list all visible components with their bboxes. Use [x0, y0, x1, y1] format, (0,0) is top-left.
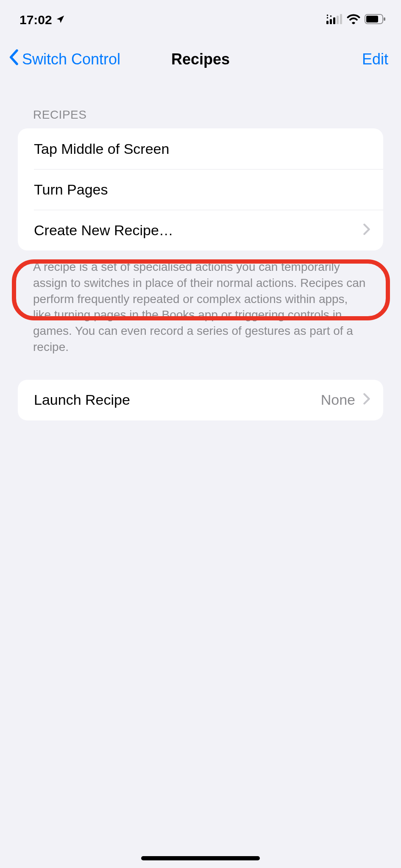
recipes-list: Tap Middle of Screen Turn Pages Create N… — [18, 128, 383, 250]
svg-rect-1 — [330, 19, 332, 24]
wifi-icon — [347, 13, 360, 27]
svg-point-5 — [327, 17, 329, 19]
launch-recipe-item[interactable]: Launch Recipe None — [18, 380, 383, 420]
nav-bar: Switch Control Recipes Edit — [0, 32, 401, 78]
svg-point-7 — [330, 15, 332, 17]
home-indicator — [141, 856, 260, 860]
launch-group: Launch Recipe None — [18, 380, 383, 420]
svg-point-6 — [327, 14, 329, 16]
svg-rect-4 — [340, 14, 342, 24]
content: RECIPES Tap Middle of Screen Turn Pages … — [0, 78, 401, 420]
recipe-item-tap-middle[interactable]: Tap Middle of Screen — [18, 128, 383, 169]
location-icon — [56, 13, 65, 27]
edit-button[interactable]: Edit — [362, 50, 388, 68]
back-button[interactable]: Switch Control — [8, 49, 120, 69]
status-bar: 17:02 — [0, 0, 401, 32]
nav-title: Recipes — [171, 50, 230, 68]
back-label: Switch Control — [22, 50, 120, 68]
battery-icon — [365, 13, 386, 27]
chevron-right-icon — [363, 222, 370, 239]
recipe-item-create-new[interactable]: Create New Recipe… — [34, 210, 383, 250]
list-item-label: Launch Recipe — [34, 392, 130, 408]
recipes-footer: A recipe is a set of specialised actions… — [18, 250, 383, 355]
cellular-icon — [326, 13, 343, 27]
list-item-label: Tap Middle of Screen — [34, 141, 169, 157]
recipe-item-turn-pages[interactable]: Turn Pages — [34, 169, 383, 210]
chevron-left-icon — [8, 49, 19, 69]
list-item-value: None — [321, 392, 355, 408]
status-right — [326, 13, 386, 27]
svg-rect-9 — [366, 16, 378, 22]
svg-rect-2 — [333, 17, 335, 24]
status-time: 17:02 — [19, 13, 52, 27]
status-left: 17:02 — [19, 13, 65, 27]
svg-rect-3 — [337, 16, 339, 24]
svg-rect-10 — [384, 17, 385, 21]
chevron-right-icon — [363, 392, 370, 408]
svg-rect-0 — [326, 21, 329, 24]
list-item-label: Turn Pages — [34, 181, 108, 198]
list-item-label: Create New Recipe… — [34, 222, 173, 238]
section-header-recipes: RECIPES — [18, 78, 383, 128]
